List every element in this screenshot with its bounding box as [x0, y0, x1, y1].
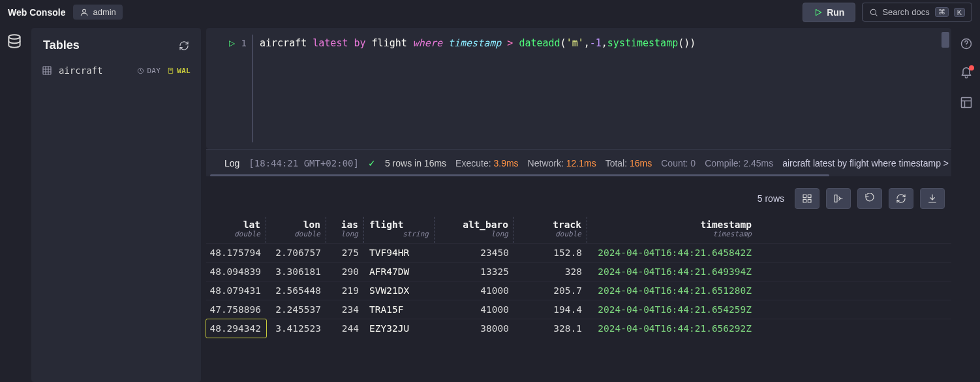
svg-point-3 — [8, 35, 20, 39]
cell[interactable]: 234 — [326, 300, 364, 319]
cell[interactable]: 2024-04-04T16:44:21.651280Z — [587, 281, 757, 300]
cell[interactable]: 2024-04-04T16:44:21.654259Z — [587, 300, 757, 319]
username: admin — [93, 7, 115, 17]
col-ias[interactable]: iaslong — [326, 217, 364, 243]
wal-icon — [167, 67, 174, 74]
cell[interactable]: 48.094839 — [206, 263, 266, 281]
table-row[interactable]: 47.758896 2.245537 234 TRA15F 41000 194.… — [206, 300, 951, 319]
layout-button[interactable] — [960, 96, 973, 111]
refresh-tables-icon[interactable] — [179, 40, 189, 51]
total-value: 16ms — [630, 158, 652, 168]
cell[interactable]: 328.1 — [514, 319, 587, 338]
wal-tag: WAL — [167, 67, 191, 75]
cell[interactable]: 219 — [326, 281, 364, 300]
refresh-button[interactable] — [889, 188, 913, 209]
cell[interactable]: 275 — [326, 244, 364, 262]
svg-rect-12 — [835, 195, 837, 202]
cell[interactable]: 48.175794 — [206, 244, 266, 262]
freeze-left-button[interactable] — [826, 188, 851, 209]
notifications-button[interactable] — [960, 67, 973, 82]
log-label: Log — [224, 158, 239, 168]
col-track[interactable]: trackdouble — [514, 217, 587, 243]
cell[interactable]: 2024-04-04T16:44:21.645842Z — [587, 244, 757, 262]
sql-editor[interactable]: ▷ 1 aircraft latest by flight where time… — [206, 28, 951, 149]
cell[interactable]: 2.706757 — [266, 244, 326, 262]
right-rail — [953, 24, 980, 382]
col-flight[interactable]: flightstring — [364, 217, 435, 243]
table-row[interactable]: 48.294342 3.412523 244 EZY32JU 38000 328… — [206, 319, 951, 338]
cell[interactable]: 2024-04-04T16:44:21.649394Z — [587, 263, 757, 281]
kbd-k: K — [954, 8, 965, 17]
partition-tag: DAY — [137, 67, 161, 75]
cell[interactable]: 47.758896 — [206, 300, 266, 319]
svg-point-14 — [966, 46, 967, 47]
cell-selected[interactable]: 48.294342 — [206, 319, 266, 338]
grid-view-button[interactable] — [795, 188, 819, 209]
cell[interactable]: 152.8 — [514, 244, 587, 262]
cell[interactable]: AFR47DW — [364, 263, 435, 281]
editor-content[interactable]: aircraft latest by flight where timestam… — [257, 28, 696, 149]
col-timestamp[interactable]: timestamptimestamp — [587, 217, 757, 243]
left-rail — [0, 24, 29, 382]
run-line-icon[interactable]: ▷ — [229, 39, 235, 48]
cell[interactable]: 244 — [326, 319, 364, 338]
cell[interactable]: EZY32JU — [364, 319, 435, 338]
search-docs-label: Search docs — [882, 7, 929, 17]
cell[interactable]: 2.565448 — [266, 281, 326, 300]
cell[interactable]: 38000 — [435, 319, 514, 338]
table-name: aircraft — [59, 65, 130, 76]
cell[interactable]: 23450 — [435, 244, 514, 262]
cell[interactable]: 41000 — [435, 281, 514, 300]
search-icon — [869, 8, 878, 17]
user-menu[interactable]: admin — [73, 5, 122, 20]
download-icon — [927, 193, 938, 204]
run-button-label: Run — [827, 7, 844, 18]
play-icon — [814, 8, 823, 17]
run-button[interactable]: Run — [803, 3, 855, 22]
download-button[interactable] — [920, 188, 945, 209]
row-count: 5 rows — [758, 193, 784, 204]
col-alt_baro[interactable]: alt_barolong — [435, 217, 514, 243]
cell[interactable]: 194.4 — [514, 300, 587, 319]
refresh-begin-button[interactable] — [857, 188, 882, 209]
cell[interactable]: 2.245537 — [266, 300, 326, 319]
cell[interactable]: 2024-04-04T16:44:21.656292Z — [587, 319, 757, 338]
cell[interactable]: 290 — [326, 263, 364, 281]
cell[interactable]: 48.079431 — [206, 281, 266, 300]
logbar-scrollbar[interactable] — [210, 174, 947, 176]
table-row[interactable]: 48.175794 2.706757 275 TVF94HR 23450 152… — [206, 243, 951, 262]
cell[interactable]: TRA15F — [364, 300, 435, 319]
editor-scrollbar[interactable] — [942, 32, 949, 48]
line-number: 1 — [241, 38, 247, 48]
exec-label: Execute: — [455, 158, 491, 168]
help-button[interactable] — [960, 37, 973, 52]
table-row[interactable]: 48.094839 3.306181 290 AFR47DW 13325 328… — [206, 262, 951, 281]
cell[interactable]: 3.306181 — [266, 263, 326, 281]
col-lon[interactable]: londouble — [266, 217, 326, 243]
total-label: Total: — [605, 158, 627, 168]
cell[interactable]: TVF94HR — [364, 244, 435, 262]
cell[interactable]: 41000 — [435, 300, 514, 319]
table-row[interactable]: 48.079431 2.565448 219 SVW21DX 41000 205… — [206, 281, 951, 300]
cell[interactable]: 3.412523 — [266, 319, 326, 338]
col-lat[interactable]: latdouble — [206, 217, 266, 243]
database-icon[interactable] — [6, 33, 23, 50]
search-docs[interactable]: Search docs ⌘ K — [862, 3, 972, 22]
refresh-icon — [896, 193, 906, 204]
results-table: latdouble londouble iaslong flightstring… — [206, 217, 951, 338]
table-icon — [42, 65, 52, 76]
sidebar-heading: Tables — [43, 39, 80, 52]
network-value: 12.1ms — [566, 158, 596, 168]
app-header: Web Console admin Run Search docs ⌘ K — [0, 0, 980, 24]
cell[interactable]: 205.7 — [514, 281, 587, 300]
cell[interactable]: 13325 — [435, 263, 514, 281]
cell[interactable]: SVW21DX — [364, 281, 435, 300]
app-title: Web Console — [8, 7, 65, 18]
svg-rect-8 — [803, 195, 806, 198]
svg-point-0 — [83, 9, 86, 12]
help-icon — [960, 37, 973, 50]
cell[interactable]: 328 — [514, 263, 587, 281]
table-item-aircraft[interactable]: aircraft DAY WAL — [31, 59, 201, 82]
svg-rect-9 — [808, 195, 811, 198]
network-label: Network: — [528, 158, 564, 168]
